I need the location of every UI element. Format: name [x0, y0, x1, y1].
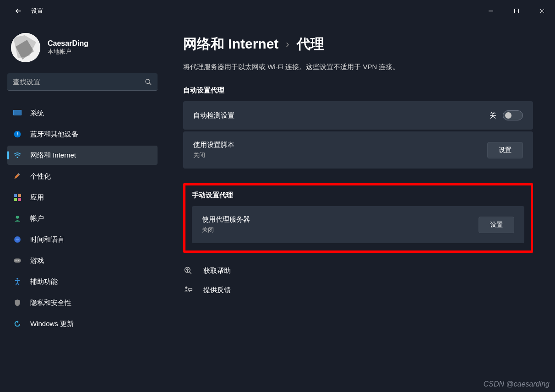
feedback-link[interactable]: 提供反馈 [183, 285, 533, 295]
svg-rect-1 [515, 9, 519, 13]
sidebar-item-system[interactable]: 系统 [7, 103, 158, 123]
svg-rect-12 [18, 194, 21, 197]
minimize-icon [488, 8, 494, 14]
svg-point-20 [18, 260, 19, 261]
system-icon [13, 109, 22, 118]
card-sub: 关闭 [193, 151, 234, 159]
svg-line-6 [149, 83, 151, 85]
svg-point-19 [16, 260, 16, 261]
sidebar-item-time[interactable]: 时间和语言 [7, 230, 158, 249]
help-icon: ? [183, 266, 193, 276]
chevron-right-icon: › [286, 38, 289, 50]
proxy-setup-button[interactable]: 设置 [479, 217, 514, 233]
svg-rect-11 [14, 194, 17, 197]
svg-point-5 [146, 79, 150, 83]
svg-rect-25 [189, 289, 192, 291]
back-button[interactable] [9, 2, 27, 20]
username: CaesarDing [48, 39, 88, 48]
nav-label: 个性化 [30, 172, 51, 181]
gaming-icon [13, 256, 22, 265]
apps-icon [13, 193, 22, 202]
nav-label: 网络和 Internet [30, 151, 76, 160]
maximize-icon [514, 8, 519, 14]
accessibility-icon [13, 277, 22, 286]
search-box[interactable] [7, 73, 158, 91]
sidebar-item-gaming[interactable]: 游戏 [7, 251, 158, 270]
card-title: 使用设置脚本 [193, 141, 234, 149]
sidebar-item-accessibility[interactable]: 辅助功能 [7, 272, 158, 291]
svg-text:?: ? [186, 268, 189, 272]
breadcrumb-parent[interactable]: 网络和 Internet [183, 35, 278, 54]
svg-rect-13 [14, 198, 17, 201]
toggle-label: 关 [490, 111, 496, 120]
get-help-link[interactable]: ? 获取帮助 [183, 266, 533, 276]
auto-detect-toggle[interactable] [503, 110, 523, 120]
sidebar-item-network[interactable]: 网络和 Internet [7, 146, 158, 165]
help-links: ? 获取帮助 提供反馈 [183, 266, 533, 295]
account-icon [13, 214, 22, 223]
sidebar: CaesarDing 本地帐户 系统 蓝牙和其他设备 网络和 Internet … [0, 22, 165, 392]
window-controls [478, 2, 555, 20]
wifi-icon [13, 151, 22, 160]
svg-point-21 [16, 278, 18, 280]
watermark: CSDN @caesarding [484, 380, 550, 388]
sidebar-item-bluetooth[interactable]: 蓝牙和其他设备 [7, 125, 158, 144]
sidebar-item-apps[interactable]: 应用 [7, 188, 158, 207]
nav-label: 应用 [30, 193, 44, 202]
svg-point-10 [17, 157, 18, 158]
svg-rect-14 [18, 198, 21, 201]
feedback-label: 提供反馈 [203, 286, 231, 294]
svg-rect-8 [14, 110, 21, 115]
app-title: 设置 [31, 7, 43, 15]
search-icon [145, 78, 152, 86]
nav-label: 辅助功能 [30, 278, 58, 286]
sidebar-item-account[interactable]: 帐户 [7, 209, 158, 228]
account-type: 本地帐户 [48, 48, 88, 56]
nav-label: 游戏 [30, 256, 44, 265]
nav-label: Windows 更新 [30, 320, 74, 328]
time-icon [13, 235, 22, 244]
breadcrumb-current: 代理 [297, 35, 324, 54]
highlight-manual-proxy: 手动设置代理 使用代理服务器 关闭 设置 [183, 183, 533, 253]
card-auto-detect: 自动检测设置 关 [183, 101, 533, 130]
get-help-label: 获取帮助 [203, 267, 231, 275]
card-title: 自动检测设置 [193, 111, 234, 120]
update-icon [13, 319, 22, 328]
main-content: 网络和 Internet › 代理 将代理服务器用于以太网或 Wi-Fi 连接。… [165, 22, 555, 392]
sidebar-item-update[interactable]: Windows 更新 [7, 314, 158, 333]
nav-label: 系统 [30, 109, 44, 118]
page-description: 将代理服务器用于以太网或 Wi-Fi 连接。这些设置不适用于 VPN 连接。 [183, 63, 533, 71]
minimize-button[interactable] [478, 2, 504, 20]
nav-list: 系统 蓝牙和其他设备 网络和 Internet 个性化 应用 帐户 时间和语言 … [7, 103, 158, 333]
nav-label: 帐户 [30, 214, 44, 223]
card-setup-script: 使用设置脚本 关闭 设置 [183, 131, 533, 169]
titlebar: 设置 [0, 0, 555, 22]
nav-label: 蓝牙和其他设备 [30, 130, 78, 139]
section-auto-header: 自动设置代理 [183, 86, 533, 95]
card-title: 使用代理服务器 [202, 215, 250, 224]
svg-point-24 [185, 287, 187, 289]
close-button[interactable] [529, 2, 555, 20]
privacy-icon [13, 298, 22, 307]
setup-script-button[interactable]: 设置 [487, 142, 523, 158]
personalize-icon [13, 172, 22, 181]
sidebar-item-personalize[interactable]: 个性化 [7, 167, 158, 186]
svg-rect-18 [14, 259, 21, 263]
breadcrumb: 网络和 Internet › 代理 [183, 35, 533, 54]
maximize-button[interactable] [504, 2, 529, 20]
feedback-icon [183, 285, 193, 295]
search-input[interactable] [13, 78, 145, 86]
nav-label: 时间和语言 [30, 235, 65, 244]
nav-label: 隐私和安全性 [30, 299, 71, 307]
bluetooth-icon [13, 130, 22, 139]
svg-point-15 [16, 216, 19, 219]
card-proxy-server: 使用代理服务器 关闭 设置 [192, 206, 524, 243]
sidebar-item-privacy[interactable]: 隐私和安全性 [7, 293, 158, 312]
profile-section[interactable]: CaesarDing 本地帐户 [7, 33, 158, 73]
section-manual-header: 手动设置代理 [192, 191, 524, 200]
arrow-left-icon [14, 7, 22, 15]
avatar [11, 33, 40, 62]
close-icon [539, 8, 545, 14]
card-sub: 关闭 [202, 226, 250, 234]
